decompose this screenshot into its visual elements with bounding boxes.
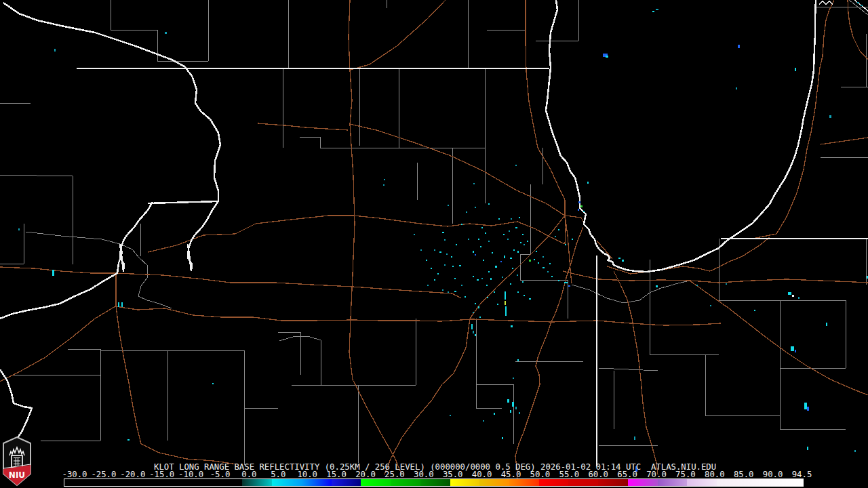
radar-echo (572, 239, 573, 240)
radar-echo (804, 403, 807, 409)
highway-i39-south (349, 124, 401, 474)
radar-echo (475, 254, 476, 256)
radar-echo (519, 217, 520, 218)
dbz-scale-label: 75.0 (675, 470, 696, 479)
dbz-scale-label: 94.5 (792, 470, 812, 479)
radar-echo (519, 412, 520, 414)
radar-echo (478, 239, 479, 240)
radar-echo (505, 301, 506, 305)
radar-echo (461, 224, 462, 225)
radar-echo (568, 285, 570, 287)
radar-echo (459, 265, 461, 266)
radar-echo (861, 5, 863, 6)
radar-echo (426, 260, 427, 261)
radar-echo (606, 56, 608, 58)
radar-echo (507, 239, 509, 240)
radar-echo (127, 439, 130, 441)
radar-echo (481, 278, 483, 279)
radar-echo (618, 258, 620, 259)
radar-echoes (18, 2, 868, 472)
radar-echo (444, 239, 446, 241)
radar-echo (483, 420, 484, 422)
radar-echo (494, 413, 495, 415)
radar-echo (437, 273, 439, 274)
radar-echo (466, 211, 467, 213)
radar-echo (452, 266, 454, 267)
radar-echo (505, 306, 507, 316)
radar-echo (726, 283, 727, 285)
dbz-scale-label: 45.0 (501, 470, 521, 479)
radar-echo (736, 87, 737, 89)
radar-echo (807, 407, 809, 411)
radar-echo (442, 289, 443, 291)
radar-echo (515, 407, 517, 409)
radar-echo (555, 236, 556, 237)
radar-echo (795, 68, 796, 71)
radar-echo (791, 346, 794, 351)
radar-echo (121, 302, 123, 307)
dbz-scale-label: 55.0 (559, 470, 579, 479)
radar-echo (427, 285, 429, 286)
highways (0, 0, 868, 481)
dbz-scale-label: 60.0 (588, 470, 608, 479)
radar-echo (652, 11, 654, 12)
radar-echo (507, 399, 509, 403)
radar-echo (488, 241, 490, 242)
highway-connector (0, 267, 116, 306)
radar-echo (564, 282, 568, 283)
highway-toll-southeast (690, 281, 868, 395)
radar-echo (510, 410, 511, 413)
highway-shore-east (607, 237, 770, 274)
radar-echo (517, 291, 519, 293)
radar-echo (486, 285, 488, 286)
highway-michigan-ne (821, 0, 868, 144)
radar-echo (502, 437, 503, 439)
radar-echo (473, 251, 474, 253)
dbz-scale-label: -10.0 (178, 470, 203, 479)
highway-us30 (563, 271, 868, 283)
radar-echo (431, 268, 432, 269)
radar-echo (583, 211, 585, 212)
radar-echo (420, 249, 422, 251)
radar-echo (503, 234, 505, 235)
radar-echo (515, 165, 517, 166)
radar-echo (500, 261, 502, 262)
dbz-scale-label: -5.0 (210, 470, 231, 479)
radar-echo (446, 253, 448, 255)
dbz-scale-label: 0.0 (241, 470, 256, 479)
dbz-scale-label: 10.0 (297, 470, 317, 479)
county-lines-west-illinois (0, 103, 140, 264)
radar-echo (580, 205, 583, 207)
radar-echo (795, 350, 796, 352)
radar-echo (512, 402, 514, 407)
lake-michigan-shoreline (546, 0, 816, 272)
radar-echo (475, 303, 476, 304)
radar-echo (165, 32, 167, 34)
radar-echo (510, 258, 512, 259)
radar-echo (798, 297, 800, 299)
dbz-scale-label: -25.0 (91, 470, 116, 479)
radar-echo (448, 291, 449, 293)
highway-i94-north (526, 0, 565, 216)
radar-echo (444, 264, 446, 266)
radar-echo (565, 244, 566, 245)
radar-echo (826, 323, 827, 326)
radar-display: NIU KLOT LONG RANGE BASE REFLECTIVITY (0… (0, 0, 868, 488)
radar-echo (485, 232, 486, 234)
radar-map (0, 0, 868, 488)
dbz-scale-label: 90.0 (763, 470, 783, 479)
radar-echo (517, 274, 518, 276)
radar-echo (442, 232, 444, 233)
radar-echo (558, 280, 559, 281)
county-lines-south-illinois (12, 319, 583, 465)
dbz-scale-label: 15.0 (326, 470, 347, 479)
radar-echo (475, 334, 476, 336)
radar-echo (492, 252, 493, 253)
radar-echo (54, 49, 56, 52)
highway-top-diagonal (351, 0, 446, 70)
radar-echo (448, 205, 449, 206)
radar-echo (481, 227, 483, 228)
radar-echo (754, 310, 755, 311)
radar-echo (471, 324, 473, 329)
radar-echo (656, 9, 658, 10)
